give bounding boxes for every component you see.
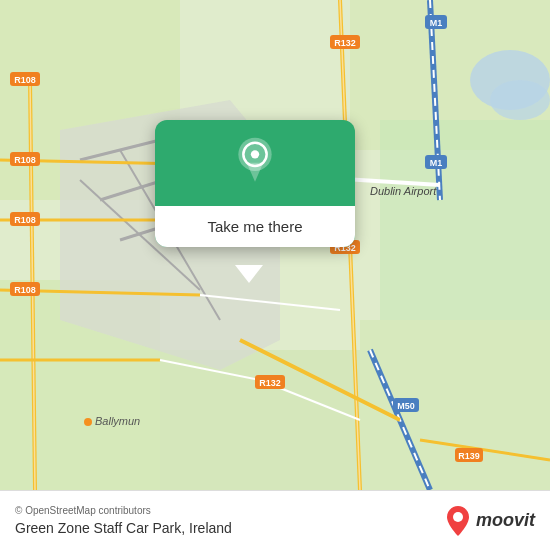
footer: © OpenStreetMap contributors Green Zone … xyxy=(0,490,550,550)
location-title: Green Zone Staff Car Park, Ireland xyxy=(15,520,232,536)
svg-rect-3 xyxy=(380,120,550,320)
map-container[interactable]: R108 R108 R108 R108 R132 R132 R132 M1 M1… xyxy=(0,0,550,490)
svg-point-62 xyxy=(251,150,259,158)
footer-info: © OpenStreetMap contributors Green Zone … xyxy=(15,505,232,536)
popup-triangle xyxy=(235,265,263,283)
svg-point-59 xyxy=(84,418,92,426)
svg-point-64 xyxy=(453,512,463,522)
svg-text:R132: R132 xyxy=(259,378,281,388)
svg-text:R108: R108 xyxy=(14,155,36,165)
moovit-brand-text: moovit xyxy=(476,510,535,531)
take-me-there-button[interactable]: Take me there xyxy=(155,206,355,247)
svg-text:R108: R108 xyxy=(14,75,36,85)
svg-marker-63 xyxy=(247,163,264,182)
svg-text:R108: R108 xyxy=(14,285,36,295)
svg-text:M50: M50 xyxy=(397,401,415,411)
svg-text:M1: M1 xyxy=(430,18,443,28)
popup-card: Take me there xyxy=(155,120,355,247)
moovit-pin-icon xyxy=(446,506,470,536)
location-pin-icon xyxy=(230,136,280,186)
map-attribution: © OpenStreetMap contributors xyxy=(15,505,232,516)
svg-text:Dublin Airport: Dublin Airport xyxy=(370,185,437,197)
svg-text:M1: M1 xyxy=(430,158,443,168)
svg-text:R132: R132 xyxy=(334,38,356,48)
svg-point-8 xyxy=(490,80,550,120)
svg-text:R139: R139 xyxy=(458,451,480,461)
svg-rect-5 xyxy=(160,350,360,490)
moovit-logo: moovit xyxy=(446,506,535,536)
svg-text:R108: R108 xyxy=(14,215,36,225)
svg-rect-6 xyxy=(360,320,550,490)
svg-text:Ballymun: Ballymun xyxy=(95,415,140,427)
